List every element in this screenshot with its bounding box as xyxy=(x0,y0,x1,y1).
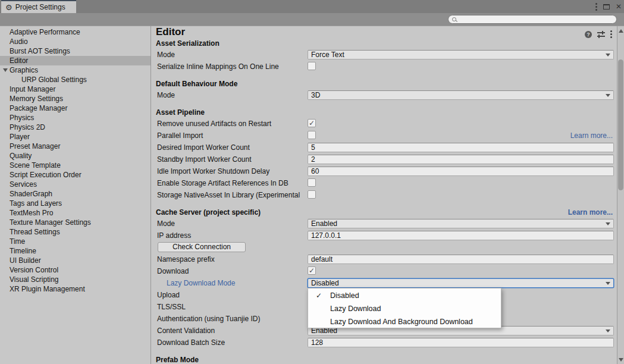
window-menu-icon[interactable] xyxy=(595,3,597,11)
sidebar-item-timeline[interactable]: Timeline xyxy=(0,246,150,256)
lazy-download-mode-dropdown[interactable]: Disabled xyxy=(308,278,614,288)
ip-address-input[interactable]: 127.0.0.1 xyxy=(308,231,614,240)
sidebar-item-physics[interactable]: Physics xyxy=(0,113,150,123)
field-label-download: Download xyxy=(157,265,189,277)
tab-project-settings[interactable]: ⚙ Project Settings xyxy=(1,0,76,13)
sidebar-item-label: Player xyxy=(10,133,30,141)
search-box[interactable] xyxy=(448,15,617,24)
check-connection-button[interactable]: Check Connection xyxy=(158,242,246,252)
row-cache-server-mode: ModeEnabled xyxy=(151,218,617,230)
field-label-cache-server-mode: Mode xyxy=(157,218,175,230)
close-icon[interactable]: ✕ xyxy=(616,3,622,10)
download-checkbox[interactable] xyxy=(308,266,316,275)
learn-more-link[interactable]: Learn more... xyxy=(570,130,613,142)
more-icon[interactable] xyxy=(610,30,612,38)
storage-nativeasset-in-library-checkbox[interactable] xyxy=(308,190,316,199)
download-batch-size-input[interactable]: 128 xyxy=(308,338,614,347)
sidebar-item-shadergraph[interactable]: ShaderGraph xyxy=(0,189,150,199)
sidebar-item-label: Editor xyxy=(10,57,28,65)
sidebar-item-graphics[interactable]: Graphics xyxy=(0,65,150,75)
field-download-batch-size: 128 xyxy=(308,338,614,347)
sidebar-item-label: Adaptive Performance xyxy=(10,28,80,36)
cache-server-mode-dropdown[interactable]: Enabled xyxy=(308,219,614,228)
parallel-import-checkbox[interactable] xyxy=(308,131,316,139)
serialize-inline-mappings-checkbox[interactable] xyxy=(308,62,316,70)
field-label-ip-address: IP address xyxy=(157,230,191,241)
sidebar-item-label: TextMesh Pro xyxy=(10,209,53,217)
maximize-icon[interactable] xyxy=(603,4,610,10)
project-settings-window: ⚙ Project Settings ✕ Adaptive Performanc… xyxy=(0,0,624,364)
enable-storage-artifact-references-checkbox[interactable] xyxy=(308,178,316,187)
section-header: Asset Pipeline xyxy=(151,107,617,118)
sidebar-item-ui-builder[interactable]: UI Builder xyxy=(0,256,150,265)
option-lazy-download[interactable]: Lazy Download xyxy=(308,302,501,315)
sidebar-item-input-manager[interactable]: Input Manager xyxy=(0,84,150,94)
sidebar-item-label: Script Execution Order xyxy=(10,171,81,179)
serialization-mode-dropdown[interactable]: Force Text xyxy=(308,50,614,59)
help-icon[interactable]: ? xyxy=(585,31,592,38)
row-standby-import-worker-count: Standby Import Worker Count2 xyxy=(151,153,617,165)
sidebar-item-script-execution-order[interactable]: Script Execution Order xyxy=(0,170,150,180)
section-header-label: Default Behaviour Mode xyxy=(156,80,237,88)
field-storage-nativeasset-in-library xyxy=(308,190,614,200)
sidebar-item-adaptive-performance[interactable]: Adaptive Performance xyxy=(0,27,150,37)
field-serialize-inline-mappings xyxy=(308,62,614,71)
sidebar-item-physics-2d[interactable]: Physics 2D xyxy=(0,123,150,132)
scroll-up-icon[interactable] xyxy=(619,29,623,33)
sidebar-item-xr-plugin-management[interactable]: XR Plugin Management xyxy=(0,284,150,294)
sidebar-item-tags-and-layers[interactable]: Tags and Layers xyxy=(0,199,150,208)
sidebar-item-version-control[interactable]: Version Control xyxy=(0,265,150,275)
sidebar-item-quality[interactable]: Quality xyxy=(0,151,150,161)
standby-import-worker-count-input[interactable]: 2 xyxy=(308,155,614,164)
section-header: Prefab Mode xyxy=(151,354,617,364)
lazy-download-mode-value: Disabled xyxy=(311,279,339,287)
section-header-label: Prefab Mode xyxy=(156,356,199,364)
sidebar-item-audio[interactable]: Audio xyxy=(0,37,150,46)
sidebar-item-texture-manager-settings[interactable]: Texture Manager Settings xyxy=(0,218,150,227)
sidebar-item-thread-settings[interactable]: Thread Settings xyxy=(0,227,150,237)
scrollbar-thumb[interactable] xyxy=(618,59,623,190)
sidebar-item-label: Visual Scripting xyxy=(10,275,59,284)
remove-unused-artifacts-checkbox[interactable] xyxy=(308,119,316,127)
sidebar-item-visual-scripting[interactable]: Visual Scripting xyxy=(0,275,150,284)
learn-more-link[interactable]: Learn more... xyxy=(568,207,613,218)
sidebar-item-label: Input Manager xyxy=(10,85,55,93)
sidebar-item-editor[interactable]: Editor xyxy=(0,56,150,65)
desired-import-worker-count-input[interactable]: 5 xyxy=(308,143,614,152)
namespace-prefix-value: default xyxy=(311,255,333,263)
sidebar-item-textmesh-pro[interactable]: TextMesh Pro xyxy=(0,208,150,218)
namespace-prefix-input[interactable]: default xyxy=(308,255,614,264)
sidebar-item-burst-aot-settings[interactable]: Burst AOT Settings xyxy=(0,46,150,56)
sidebar-item-memory-settings[interactable]: Memory Settings xyxy=(0,94,150,103)
sidebar-item-scene-template[interactable]: Scene Template xyxy=(0,161,150,170)
field-label-authentication: Authentication (using Tuanjie ID) xyxy=(157,313,260,325)
idle-import-worker-shutdown-delay-input[interactable]: 60 xyxy=(308,167,614,176)
sidebar-item-player[interactable]: Player xyxy=(0,132,150,142)
sidebar-item-label: URP Global Settings xyxy=(21,76,87,84)
field-remove-unused-artifacts xyxy=(308,119,614,128)
sidebar-item-urp-global-settings[interactable]: URP Global Settings xyxy=(0,75,150,84)
field-label-content-validation: Content Validation xyxy=(157,325,215,337)
presets-icon[interactable] xyxy=(597,31,605,37)
field-parallel-import xyxy=(308,131,614,140)
editor-panel: Editor ? Asset SerializationModeForce Te… xyxy=(151,26,617,364)
dropdown-option-label: Disabled xyxy=(330,289,359,302)
scroll-down-icon[interactable] xyxy=(619,358,623,362)
sidebar-item-preset-manager[interactable]: Preset Manager xyxy=(0,142,150,151)
row-ip-address: IP address127.0.0.1 xyxy=(151,230,617,241)
sidebar-item-services[interactable]: Services xyxy=(0,180,150,189)
vertical-scrollbar[interactable] xyxy=(617,26,624,364)
option-disabled[interactable]: ✓ Disabled xyxy=(308,289,501,302)
sidebar-item-package-manager[interactable]: Package Manager xyxy=(0,103,150,113)
field-idle-import-worker-shutdown-delay: 60 xyxy=(308,167,614,176)
search-input[interactable] xyxy=(457,16,616,23)
field-label-download-batch-size: Download Batch Size xyxy=(157,337,225,349)
foldout-icon[interactable] xyxy=(3,68,8,72)
option-lazy-download-and-background-download[interactable]: Lazy Download And Background Download xyxy=(308,315,501,328)
field-label-tls-ssl: TLS/SSL xyxy=(157,301,186,313)
sidebar-item-label: Physics 2D xyxy=(10,123,45,131)
field-label-upload: Upload xyxy=(157,289,180,301)
default-behaviour-mode-dropdown[interactable]: 3D xyxy=(308,90,614,100)
sidebar-item-time[interactable]: Time xyxy=(0,237,150,246)
sidebar-item-label: Quality xyxy=(10,152,32,160)
